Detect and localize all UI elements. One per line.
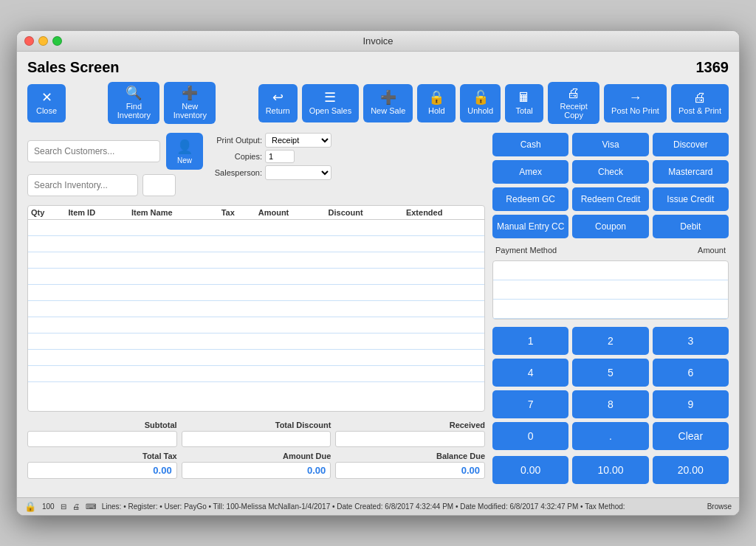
- amex-button[interactable]: Amex: [492, 160, 568, 184]
- table-row[interactable]: [28, 366, 484, 382]
- table-row[interactable]: [28, 317, 484, 334]
- num-4-button[interactable]: 4: [492, 359, 568, 387]
- received-value[interactable]: [335, 431, 485, 447]
- inventory-search-input[interactable]: [27, 174, 138, 196]
- coupon-button[interactable]: Coupon: [572, 215, 648, 238]
- table-row[interactable]: [28, 269, 484, 285]
- hold-icon: 🔒: [428, 91, 444, 104]
- discover-button[interactable]: Discover: [653, 133, 729, 156]
- total-tax-value: 0.00: [27, 462, 177, 479]
- post-and-print-label: Post & Print: [678, 106, 721, 115]
- title-bar: Invoice: [17, 31, 739, 52]
- col-qty: Qty: [28, 206, 65, 220]
- close-label: Close: [36, 106, 57, 115]
- check-button[interactable]: Check: [572, 160, 648, 184]
- post-and-print-button[interactable]: 🖨 Post & Print: [671, 84, 729, 122]
- new-customer-label: New: [177, 156, 192, 165]
- table-row[interactable]: [28, 301, 484, 317]
- find-inventory-label: FindInventory: [117, 102, 151, 120]
- right-panel: Cash Visa Discover Amex Check Mastercard…: [492, 133, 729, 484]
- amount-2000-button[interactable]: 20.00: [653, 456, 729, 484]
- num-5-button[interactable]: 5: [572, 359, 648, 387]
- amount-due-group: Amount Due 0.00: [182, 452, 331, 479]
- battery-indicator: 100: [42, 502, 55, 511]
- close-button[interactable]: ✕ Close: [27, 84, 66, 122]
- new-inventory-button[interactable]: ➕ NewInventory: [164, 82, 216, 124]
- decimal-button[interactable]: .: [572, 422, 648, 450]
- copies-row: Copies:: [210, 150, 331, 163]
- table-row[interactable]: [28, 220, 484, 236]
- new-inventory-label: NewInventory: [173, 102, 207, 120]
- window-title: Invoice: [362, 35, 393, 46]
- print-output-select[interactable]: Receipt: [265, 133, 331, 148]
- customer-search-input[interactable]: [27, 140, 160, 162]
- table-row[interactable]: [28, 334, 484, 350]
- table-row[interactable]: [28, 350, 484, 366]
- window-controls: [24, 36, 62, 46]
- status-text: Lines: • Register: • User: PayGo • Till:…: [102, 502, 701, 511]
- payment-list-row[interactable]: [493, 280, 728, 300]
- salesperson-select[interactable]: [265, 165, 331, 180]
- new-customer-button[interactable]: 👤 New: [166, 133, 203, 170]
- print-output-row: Print Output: Receipt: [210, 133, 331, 148]
- amount-1000-button[interactable]: 10.00: [572, 456, 648, 484]
- new-sale-button[interactable]: ➕ New Sale: [363, 84, 413, 122]
- new-sale-label: New Sale: [371, 106, 405, 115]
- table-row[interactable]: [28, 252, 484, 269]
- num-8-button[interactable]: 8: [572, 390, 648, 418]
- content-area: Sales Screen 1369 ✕ Close 🔍 FindInventor…: [17, 52, 739, 491]
- open-sales-button[interactable]: ☰ Open Sales: [302, 84, 359, 122]
- main-area: 👤 New 1 Print Output:: [27, 133, 729, 484]
- close-window-button[interactable]: [24, 36, 34, 46]
- num-9-button[interactable]: 9: [653, 390, 729, 418]
- receipt-copy-label: ReceiptCopy: [560, 102, 587, 120]
- balance-due-group: Balance Due 0.00: [335, 452, 485, 479]
- total-button[interactable]: 🖩 Total: [505, 84, 543, 122]
- clear-button[interactable]: Clear: [653, 422, 729, 450]
- visa-button[interactable]: Visa: [572, 133, 648, 156]
- payment-list-row[interactable]: [493, 300, 728, 319]
- cash-button[interactable]: Cash: [492, 133, 568, 156]
- num-2-button[interactable]: 2: [572, 327, 648, 355]
- payment-list-row[interactable]: [493, 261, 728, 280]
- post-no-print-button[interactable]: → Post No Print: [604, 84, 667, 122]
- return-button[interactable]: ↩ Return: [258, 84, 298, 122]
- issue-credit-button[interactable]: Issue Credit: [653, 187, 729, 211]
- table-row[interactable]: [28, 285, 484, 301]
- hold-button[interactable]: 🔒 Hold: [417, 84, 456, 122]
- num-7-button[interactable]: 7: [492, 390, 568, 418]
- num-3-button[interactable]: 3: [653, 327, 729, 355]
- customer-area: 👤 New 1: [27, 133, 203, 196]
- find-inventory-button[interactable]: 🔍 FindInventory: [108, 82, 159, 124]
- col-amount: Amount: [255, 206, 326, 220]
- manual-entry-cc-button[interactable]: Manual Entry CC: [492, 215, 568, 238]
- receipt-copy-icon: 🖨: [567, 86, 580, 100]
- maximize-window-button[interactable]: [52, 36, 62, 46]
- total-discount-value[interactable]: [182, 431, 331, 447]
- unhold-label: Unhold: [467, 106, 493, 115]
- unhold-button[interactable]: 🔓 Unhold: [460, 84, 501, 122]
- page-title: Sales Screen: [27, 59, 120, 76]
- copies-label: Copies:: [210, 152, 262, 161]
- minimize-window-button[interactable]: [38, 36, 48, 46]
- num-1-button[interactable]: 1: [492, 327, 568, 355]
- amount-col-header: Amount: [698, 246, 726, 255]
- mastercard-button[interactable]: Mastercard: [653, 160, 729, 184]
- amount-000-button[interactable]: 0.00: [492, 456, 568, 484]
- redeem-credit-button[interactable]: Redeem Credit: [572, 187, 648, 211]
- post-no-print-icon: →: [629, 91, 642, 104]
- num-6-button[interactable]: 6: [653, 359, 729, 387]
- copies-input[interactable]: [265, 150, 295, 163]
- subtotal-value[interactable]: [27, 431, 177, 447]
- open-sales-icon: ☰: [324, 91, 336, 104]
- total-tax-label: Total Tax: [142, 452, 177, 460]
- debit-button[interactable]: Debit: [653, 215, 729, 238]
- table-row[interactable]: [28, 236, 484, 252]
- quantity-input[interactable]: 1: [142, 174, 176, 196]
- num-0-button[interactable]: 0: [492, 422, 568, 450]
- new-inventory-icon: ➕: [182, 86, 198, 100]
- receipt-copy-button[interactable]: 🖨 ReceiptCopy: [548, 82, 599, 124]
- toolbar: ✕ Close 🔍 FindInventory ➕ NewInventory ↩…: [27, 82, 729, 124]
- subtotal-group: Subtotal: [27, 421, 177, 447]
- redeem-gc-button[interactable]: Redeem GC: [492, 187, 568, 211]
